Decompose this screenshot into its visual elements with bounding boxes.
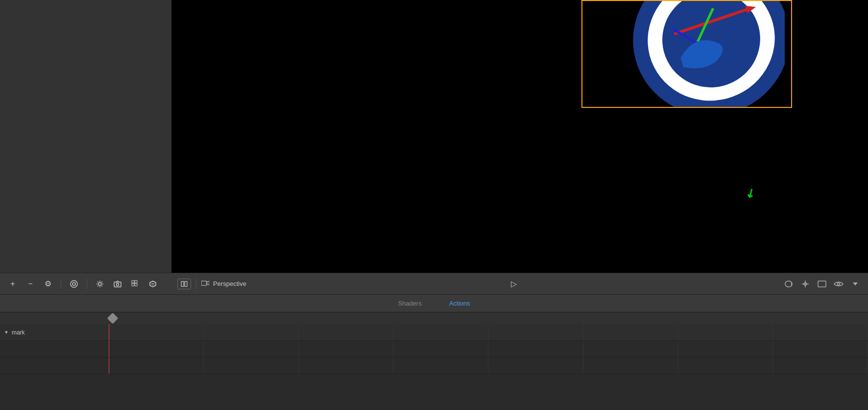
- frame-icon: [818, 281, 826, 287]
- grid-cell: [678, 324, 773, 340]
- track-label-section: ▼ mark: [0, 329, 109, 336]
- timeline-area: ▼ mark: [0, 312, 868, 410]
- grid-cell: [109, 341, 204, 357]
- transform-button[interactable]: [798, 277, 812, 291]
- svg-rect-19: [114, 282, 121, 287]
- table-row: ▼ mark: [0, 324, 868, 341]
- grid-cell: [488, 341, 583, 357]
- viewport-canvas: se deaf-mutes I thought w ↙: [171, 0, 868, 273]
- visibility-button[interactable]: [832, 277, 845, 291]
- svg-line-16: [102, 285, 103, 286]
- svg-line-15: [97, 282, 98, 282]
- loop-icon: [784, 280, 793, 288]
- svg-rect-22: [132, 281, 134, 283]
- filter-icon: [70, 280, 78, 288]
- grid-cell: [488, 358, 583, 374]
- track-timeline-area[interactable]: [109, 324, 868, 340]
- table-row: [0, 341, 868, 358]
- svg-point-10: [98, 282, 101, 285]
- timeline-header[interactable]: [0, 312, 868, 324]
- green-arrow-indicator: ↙: [743, 185, 758, 202]
- svg-marker-33: [207, 281, 209, 285]
- add-button[interactable]: +: [6, 277, 20, 291]
- svg-point-9: [72, 282, 75, 285]
- grid-lines-2: [109, 341, 868, 357]
- svg-line-18: [97, 285, 98, 286]
- svg-rect-38: [818, 281, 826, 287]
- grid-cell: [299, 324, 394, 340]
- track-label: mark: [12, 329, 25, 336]
- camera-indicator-icon: [201, 280, 209, 288]
- track-timeline-area-2[interactable]: [109, 341, 868, 357]
- tab-shaders[interactable]: Shaders: [394, 298, 425, 309]
- toolbar-divider-1: [61, 279, 61, 289]
- svg-rect-32: [201, 281, 207, 285]
- main-toolbar: + − ⚙: [0, 273, 868, 294]
- viewport-toggle-icon: [181, 281, 188, 287]
- remove-button[interactable]: −: [24, 277, 37, 291]
- grid-cell: [678, 358, 773, 374]
- svg-rect-31: [185, 282, 187, 286]
- viewport-toggle-button[interactable]: [177, 279, 191, 289]
- svg-marker-20: [116, 281, 119, 282]
- viewport[interactable]: se deaf-mutes I thought w ↙: [171, 0, 868, 273]
- tabs-bar: Shaders Actions: [0, 294, 868, 312]
- grid-cell: [393, 341, 488, 357]
- grid-cell: [773, 341, 868, 357]
- grid-cell: [204, 341, 299, 357]
- perspective-label: Perspective: [213, 280, 246, 287]
- svg-point-8: [71, 281, 77, 287]
- svg-line-17: [102, 282, 103, 282]
- grid-cell: [773, 324, 868, 340]
- transform-icon: [801, 280, 810, 288]
- settings-button[interactable]: ⚙: [41, 277, 55, 291]
- grid-cell: [204, 358, 299, 374]
- sun-button[interactable]: [93, 277, 107, 291]
- filter-button[interactable]: [67, 277, 81, 291]
- grid-lines-3: [109, 358, 868, 374]
- loop-button[interactable]: [782, 277, 796, 291]
- toolbar-sep-1: [196, 279, 196, 289]
- frame-button[interactable]: [815, 277, 829, 291]
- grid-cell: [583, 324, 678, 340]
- svg-rect-23: [135, 281, 137, 283]
- track-expand-arrow[interactable]: ▼: [4, 330, 9, 335]
- grid-cell: [488, 324, 583, 340]
- play-button[interactable]: ▷: [507, 277, 521, 291]
- tab-actions[interactable]: Actions: [445, 298, 474, 309]
- camera-mode-button[interactable]: [111, 277, 124, 291]
- camera-icon: [201, 280, 209, 286]
- sidebar: [0, 0, 171, 273]
- grid-cell: [393, 324, 488, 340]
- grid-cell: [204, 324, 299, 340]
- sidebar-content: [0, 0, 171, 273]
- badge-object: se deaf-mutes I thought w: [579, 0, 785, 108]
- grid-cell: [393, 358, 488, 374]
- sun-icon: [96, 280, 104, 288]
- svg-rect-25: [135, 283, 137, 286]
- grid-cell: [583, 341, 678, 357]
- grid-icon: [131, 280, 139, 288]
- toolbar-divider-2: [87, 279, 87, 289]
- svg-point-21: [117, 283, 119, 285]
- grid-cell: [678, 341, 773, 357]
- eye-icon: [834, 281, 844, 287]
- cube-icon: [149, 280, 157, 288]
- toolbar-icons-right: [782, 277, 862, 291]
- dropdown-button[interactable]: [848, 277, 862, 291]
- svg-rect-30: [181, 282, 184, 286]
- grid-cell: [773, 358, 868, 374]
- grid-button[interactable]: [128, 277, 142, 291]
- grid-cell: [109, 358, 204, 374]
- playhead-diamond: [107, 313, 119, 324]
- grid-cell: [299, 358, 394, 374]
- track-timeline-area-3[interactable]: [109, 358, 868, 374]
- svg-marker-40: [853, 282, 858, 285]
- table-row: [0, 358, 868, 374]
- svg-point-39: [838, 282, 840, 285]
- cube-button[interactable]: [146, 277, 160, 291]
- chevron-down-icon: [852, 281, 859, 287]
- svg-rect-24: [132, 283, 134, 286]
- grid-lines: [109, 324, 868, 340]
- toolbar-right-section: Perspective ▷: [171, 277, 868, 291]
